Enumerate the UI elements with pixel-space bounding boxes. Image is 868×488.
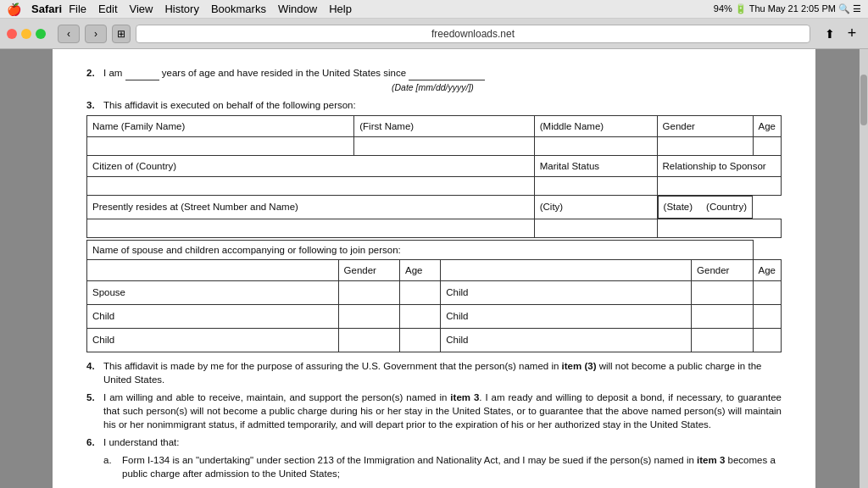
child5-gender[interactable] (692, 328, 753, 352)
app-name: Safari (31, 3, 62, 15)
item-2-text: I am years of age and have resided in th… (103, 66, 485, 94)
gender-input[interactable] (657, 137, 753, 156)
add-tab-icon[interactable]: + (843, 25, 861, 43)
scroll-thumb[interactable] (860, 75, 867, 125)
family-name-input[interactable] (87, 137, 354, 156)
child4-age[interactable] (400, 328, 441, 352)
gender-col: Gender (657, 116, 753, 137)
child2-label: Child (87, 304, 339, 328)
child2-age[interactable] (400, 304, 441, 328)
item-3-label: This affidavit is executed on behalf of … (103, 98, 356, 112)
middle-name-input[interactable] (534, 137, 657, 156)
share-icon[interactable]: ⬆ (821, 25, 839, 43)
item-4: 4. This affidavit is made by me for the … (86, 359, 782, 386)
spouse-gender[interactable] (338, 280, 399, 304)
resides-input[interactable] (87, 219, 535, 237)
child3-gender[interactable] (692, 304, 753, 328)
menu-bar: 🍎 Safari File Edit View History Bookmark… (0, 0, 868, 19)
url-bar[interactable]: freedownloads.net (136, 25, 810, 43)
item4-bold: item (3) (562, 361, 597, 371)
apple-icon: 🍎 (7, 3, 21, 16)
item-3-num: 3. (86, 98, 103, 112)
item-4-text: This affidavit is made by me for the pur… (103, 359, 782, 386)
minimize-button[interactable] (21, 29, 31, 39)
marital-input[interactable] (534, 177, 657, 196)
child5-age[interactable] (753, 328, 781, 352)
first-name-cell: (First Name) (354, 116, 534, 137)
country-label: (Country) (706, 200, 747, 214)
item-6b-text: Form I-134 may be made available to any … (122, 485, 782, 489)
item-6a: a. Form I-134 is an "undertaking" under … (103, 453, 782, 480)
toolbar: ‹ › ⊞ freedownloads.net ⬆ + (0, 19, 868, 49)
menu-window[interactable]: Window (278, 3, 317, 15)
back-button[interactable]: ‹ (58, 25, 80, 43)
item-6-subs: a. Form I-134 is an "undertaking" under … (103, 453, 782, 488)
date-label: (Date [mm/dd/yyyy/]) (392, 82, 474, 92)
item-6: 6. I understand that: (86, 435, 782, 449)
item-5: 5. I am willing and able to receive, mai… (86, 391, 782, 431)
child2-gender[interactable] (338, 304, 399, 328)
child1-age[interactable] (753, 280, 781, 304)
status-bar: 94% 🔋 Thu May 21 2:05 PM 🔍 ☰ (714, 3, 861, 14)
item-6a-alpha: a. (103, 453, 122, 480)
right-age-header: Age (753, 259, 781, 280)
city-input[interactable] (534, 219, 657, 237)
spouse-label: Spouse (87, 280, 339, 304)
maximize-button[interactable] (36, 29, 46, 39)
toolbar-right-icons: ⬆ + (821, 25, 861, 43)
spouse-age[interactable] (400, 280, 441, 304)
marital-label: Marital Status (534, 156, 657, 177)
middle-name-cell: (Middle Name) (534, 116, 657, 137)
menu-view[interactable]: View (130, 3, 153, 15)
right-name-header (441, 259, 692, 280)
child1-label: Child (441, 280, 692, 304)
state-label: (State) (664, 200, 693, 214)
item-4-num: 4. (86, 359, 103, 386)
age-input[interactable] (753, 137, 782, 156)
child4-gender[interactable] (338, 328, 399, 352)
item-3: 3. This affidavit is executed on behalf … (86, 98, 782, 112)
item-6-num: 6. (86, 435, 103, 449)
item-2: 2. I am years of age and have resided in… (86, 66, 782, 94)
relationship-label: Relationship to Sponsor (657, 156, 781, 177)
child5-label: Child (441, 328, 692, 352)
item-2-num: 2. (86, 66, 103, 94)
item-6a-text: Form I-134 is an "undertaking" under sec… (122, 453, 782, 480)
age-col: Age (753, 116, 782, 137)
citizen-label: Citizen of (Country) (87, 156, 535, 177)
close-button[interactable] (7, 29, 17, 39)
child4-label: Child (87, 328, 339, 352)
menu-edit[interactable]: Edit (98, 3, 117, 15)
resides-label: Presently resides at (Street Number and … (87, 196, 535, 219)
tab-view-button[interactable]: ⊞ (112, 25, 131, 43)
item-5-num: 5. (86, 391, 103, 431)
citizen-input[interactable] (87, 177, 535, 196)
name-table: Name (Family Name) (First Name) (Middle … (86, 115, 782, 237)
city-label: (City) (534, 196, 657, 219)
menu-history[interactable]: History (164, 3, 198, 15)
family-table: Name of spouse and children accompanying… (86, 240, 782, 352)
menu-help[interactable]: Help (329, 3, 352, 15)
document-area: 2. I am years of age and have resided in… (0, 49, 868, 488)
state-country-input[interactable] (657, 219, 781, 237)
menu-items: File Edit View History Bookmarks Window … (69, 3, 352, 15)
browser-window: 🍎 Safari File Edit View History Bookmark… (0, 0, 868, 488)
left-age-header: Age (400, 259, 441, 280)
item-5-text: I am willing and able to receive, mainta… (103, 391, 782, 431)
child3-age[interactable] (753, 304, 781, 328)
forward-button[interactable]: › (85, 25, 107, 43)
family-name-cell: Name (Family Name) (87, 116, 354, 137)
item-6-label: I understand that: (103, 435, 180, 449)
item-6b: b. Form I-134 may be made available to a… (103, 485, 782, 489)
item-6b-alpha: b. (103, 485, 122, 489)
first-name-input[interactable] (354, 137, 534, 156)
menu-file[interactable]: File (69, 3, 86, 15)
left-name-header (87, 259, 339, 280)
scrollbar[interactable] (860, 49, 868, 488)
child1-gender[interactable] (692, 280, 753, 304)
relationship-input[interactable] (657, 177, 781, 196)
document-page: 2. I am years of age and have resided in… (53, 49, 815, 488)
child3-label: Child (441, 304, 692, 328)
traffic-lights (7, 29, 46, 39)
menu-bookmarks[interactable]: Bookmarks (211, 3, 266, 15)
